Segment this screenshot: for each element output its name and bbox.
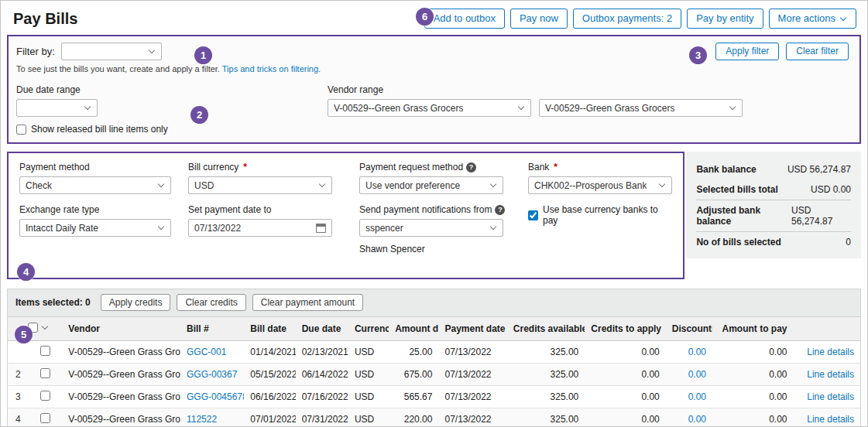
cell-amount-to-pay: 0.00 bbox=[712, 408, 793, 427]
discounts-link[interactable]: 0.00 bbox=[688, 414, 706, 425]
col-vendor: Vendor bbox=[62, 317, 180, 341]
bills-selected-value: 0 bbox=[846, 237, 851, 248]
chevron-down-icon bbox=[490, 224, 497, 231]
cell-due-date: 07/31/2022 bbox=[296, 408, 348, 427]
row-checkbox[interactable] bbox=[40, 368, 50, 378]
filter-tips-link[interactable]: Tips and tricks on filtering. bbox=[222, 64, 321, 73]
cell-bill-number: GGC-001 bbox=[180, 341, 244, 364]
cell-bill-number: GGG-0045678 bbox=[180, 386, 244, 408]
add-to-outbox-button[interactable]: Add to outbox bbox=[424, 9, 505, 29]
cell-discounts: 0.00 bbox=[666, 408, 712, 427]
bank-summary-panel: Bank balance USD 56,274.87 Selected bill… bbox=[686, 152, 861, 258]
discounts-link[interactable]: 0.00 bbox=[688, 347, 706, 357]
discounts-link[interactable]: 0.00 bbox=[688, 391, 706, 402]
show-released-checkbox[interactable] bbox=[16, 125, 26, 135]
apply-filter-button[interactable]: Apply filter bbox=[715, 43, 779, 60]
cell-credits-available: 325.00 bbox=[507, 341, 585, 364]
bank-value: CHK002--Prosperous Bank bbox=[534, 180, 647, 191]
payment-date-field: Set payment date to 07/13/2022 bbox=[188, 204, 359, 254]
filter-actions: Apply filter Clear filter bbox=[715, 43, 849, 60]
payment-date-input[interactable]: 07/13/2022 bbox=[188, 219, 332, 237]
payment-method-select[interactable]: Check bbox=[19, 176, 171, 194]
vendor-range-to-value: V-00529--Green Grass Grocers bbox=[545, 103, 674, 114]
bills-selected-row: No of bills selected 0 bbox=[696, 232, 851, 252]
use-base-currency-checkbox-row[interactable]: Use base currency banks to pay bbox=[528, 204, 672, 226]
use-base-currency-label: Use base currency banks to pay bbox=[543, 204, 672, 226]
row-checkbox[interactable] bbox=[40, 413, 50, 423]
filter-helper-sentence: To see just the bills you want, create a… bbox=[16, 64, 220, 73]
col-due-date: Due date bbox=[296, 317, 348, 341]
chevron-down-icon bbox=[319, 182, 326, 189]
vendor-range-from-select[interactable]: V-00529--Green Grass Grocers bbox=[328, 99, 531, 117]
bills-table: Vendor Bill # Bill date Due date Currenc… bbox=[8, 316, 860, 427]
page-title: Pay Bills bbox=[13, 10, 77, 28]
line-details-link[interactable]: Line details bbox=[807, 347, 854, 357]
col-amount-to-pay: Amount to pay bbox=[712, 317, 793, 341]
bills-selected-label: No of bills selected bbox=[696, 237, 781, 248]
outbox-payments-button[interactable]: Outbox payments: 2 bbox=[573, 9, 681, 29]
callout-badge-5: 5 bbox=[15, 326, 33, 343]
clear-filter-button[interactable]: Clear filter bbox=[786, 43, 849, 60]
use-base-currency-checkbox[interactable] bbox=[528, 210, 538, 220]
pay-by-entity-button[interactable]: Pay by entity bbox=[687, 9, 763, 29]
bill-number-link[interactable]: GGG-00367 bbox=[187, 369, 237, 380]
cell-amount-due: 220.00 bbox=[389, 408, 438, 427]
more-actions-button[interactable]: More actions bbox=[769, 9, 856, 29]
cell-credits-available: 325.00 bbox=[507, 386, 585, 408]
show-released-checkbox-row[interactable]: Show released bill line items only bbox=[16, 124, 852, 135]
select-all-dropdown-icon[interactable] bbox=[42, 324, 49, 331]
cell-due-date: 02/13/2021 bbox=[296, 341, 348, 364]
pay-now-button[interactable]: Pay now bbox=[510, 9, 568, 29]
line-details-link[interactable]: Line details bbox=[807, 369, 854, 380]
filter-helper-text: To see just the bills you want, create a… bbox=[16, 64, 852, 73]
vendor-range-to-select[interactable]: V-00529--Green Grass Grocers bbox=[539, 99, 743, 117]
cell-vendor: V-00529--Green Grass Grocers bbox=[62, 341, 180, 364]
apply-credits-button[interactable]: Apply credits bbox=[101, 294, 171, 311]
due-date-range-select[interactable] bbox=[16, 99, 98, 117]
cell-amount-to-pay: 0.00 bbox=[712, 341, 793, 364]
bill-number-link[interactable]: GGG-0045678 bbox=[187, 391, 244, 402]
chevron-down-icon bbox=[84, 104, 91, 111]
cell-credits-to-apply: 0.00 bbox=[585, 364, 665, 386]
callout-badge-6: 6 bbox=[416, 8, 434, 26]
exchange-rate-type-select[interactable]: Intacct Daily Rate bbox=[19, 219, 171, 237]
payment-notifications-select[interactable]: sspencer bbox=[359, 219, 503, 237]
payment-request-method-select[interactable]: Use vendor preference bbox=[359, 176, 503, 194]
filter-section: Filter by: Apply filter Clear filter To … bbox=[7, 35, 861, 144]
bill-number-link[interactable]: GGC-001 bbox=[187, 347, 226, 357]
cell-payment-date: 07/13/2022 bbox=[438, 364, 506, 386]
bank-select[interactable]: CHK002--Prosperous Bank bbox=[528, 176, 672, 194]
cell-due-date: 06/14/2022 bbox=[296, 364, 348, 386]
chevron-down-icon bbox=[158, 182, 165, 189]
col-discounts: Discounts bbox=[666, 317, 712, 341]
line-details-link[interactable]: Line details bbox=[807, 414, 854, 425]
clear-payment-amount-button[interactable]: Clear payment amount bbox=[252, 294, 363, 311]
cell-credits-available: 325.00 bbox=[507, 364, 585, 386]
clear-credits-button[interactable]: Clear credits bbox=[177, 294, 245, 311]
calendar-icon[interactable] bbox=[316, 224, 326, 233]
adjusted-bank-balance-row: Adjusted bank balance USD 56,274.87 bbox=[696, 200, 851, 231]
cell-line-details: Line details bbox=[794, 386, 861, 408]
exchange-rate-type-value: Intacct Daily Rate bbox=[26, 223, 98, 234]
bill-currency-value: USD bbox=[194, 180, 214, 191]
help-icon[interactable]: ? bbox=[466, 162, 476, 173]
bill-number-link[interactable]: 112522 bbox=[187, 414, 217, 425]
payment-notifications-field: Send payment notifications from ? sspenc… bbox=[359, 204, 528, 254]
row-checkbox[interactable] bbox=[40, 346, 50, 356]
col-credits-available: Credits available bbox=[507, 317, 585, 341]
chevron-down-icon bbox=[490, 182, 497, 189]
required-marker: * bbox=[554, 162, 558, 173]
line-details-link[interactable]: Line details bbox=[807, 391, 854, 402]
filter-by-select[interactable] bbox=[61, 43, 162, 60]
table-row: V-00529--Green Grass Grocers GGC-001 01/… bbox=[8, 341, 860, 364]
cell-bill-date: 06/16/2022 bbox=[244, 386, 295, 408]
bill-currency-select[interactable]: USD bbox=[188, 176, 332, 194]
row-number: 3 bbox=[8, 386, 28, 408]
header: Pay Bills Add to outbox Pay now Outbox p… bbox=[1, 1, 867, 35]
bill-currency-field: Bill currency * USD bbox=[188, 162, 359, 194]
cell-line-details: Line details bbox=[794, 341, 861, 364]
help-icon[interactable]: ? bbox=[495, 205, 505, 215]
row-checkbox[interactable] bbox=[40, 391, 50, 401]
discounts-link[interactable]: 0.00 bbox=[688, 369, 706, 380]
header-actions: Add to outbox Pay now Outbox payments: 2… bbox=[424, 9, 856, 29]
